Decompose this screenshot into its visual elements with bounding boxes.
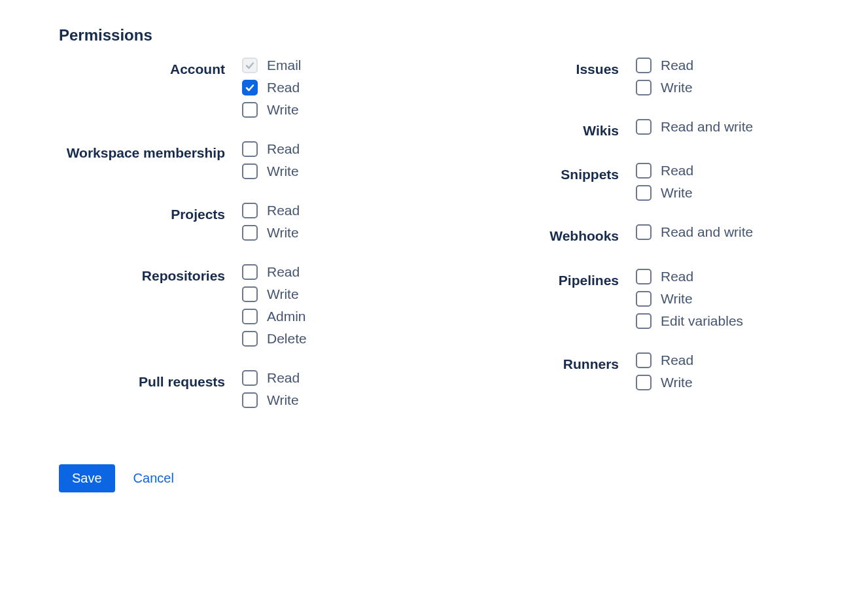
option-label: Write: [661, 80, 693, 95]
permissions-column: IssuesReadWriteWikisRead and writeSnippe…: [453, 58, 794, 432]
checkbox-projects-read[interactable]: [242, 203, 258, 218]
permissions-grid: AccountEmailReadWriteWorkspace membershi…: [59, 58, 794, 432]
checkbox-runners-write[interactable]: [636, 375, 652, 390]
checkbox-pipelines-read[interactable]: [636, 269, 652, 284]
permission-group-label: Projects: [59, 203, 242, 223]
checkbox-issues-write[interactable]: [636, 80, 652, 95]
checkbox-account-email: [242, 58, 258, 73]
checkbox-account-write[interactable]: [242, 102, 258, 118]
checkbox-issues-read[interactable]: [636, 58, 652, 73]
permission-options: Read and write: [636, 119, 753, 135]
permission-option-pipelines-read: Read: [636, 269, 743, 284]
permission-group-pipelines: PipelinesReadWriteEdit variables: [453, 269, 794, 329]
permission-option-wikis-read-and-write: Read and write: [636, 119, 753, 135]
permission-option-account-write: Write: [242, 102, 302, 118]
form-actions: Save Cancel: [59, 464, 794, 492]
permission-options: Read and write: [636, 224, 753, 240]
permission-group-label: Pipelines: [453, 269, 636, 289]
option-label: Read and write: [661, 119, 753, 135]
permission-option-pipelines-write: Write: [636, 291, 743, 307]
cancel-button[interactable]: Cancel: [128, 464, 179, 492]
option-label: Edit variables: [661, 313, 743, 329]
checkbox-pull-requests-read[interactable]: [242, 370, 258, 386]
permission-option-pull-requests-write: Write: [242, 392, 300, 408]
checkbox-repositories-delete[interactable]: [242, 331, 258, 347]
permission-option-issues-write: Write: [636, 80, 693, 95]
permission-option-repositories-delete: Delete: [242, 331, 307, 347]
option-label: Write: [661, 185, 693, 201]
permission-option-repositories-write: Write: [242, 286, 307, 302]
permission-option-projects-write: Write: [242, 225, 300, 241]
checkbox-pull-requests-write[interactable]: [242, 392, 258, 408]
permission-option-runners-read: Read: [636, 352, 693, 368]
option-label: Admin: [267, 309, 306, 324]
option-label: Read: [661, 269, 693, 284]
permission-group-account: AccountEmailReadWrite: [59, 58, 400, 118]
checkbox-wikis-read-and-write[interactable]: [636, 119, 652, 135]
option-label: Read: [267, 203, 300, 218]
permission-option-account-read: Read: [242, 80, 302, 95]
permission-group-label: Issues: [453, 58, 636, 78]
permission-option-workspace-membership-write: Write: [242, 163, 300, 179]
permission-option-workspace-membership-read: Read: [242, 141, 300, 157]
permission-options: ReadWrite: [636, 163, 693, 201]
option-label: Read: [267, 370, 300, 386]
option-label: Write: [661, 291, 693, 307]
option-label: Write: [267, 102, 299, 118]
permission-group-label: Pull requests: [59, 370, 242, 390]
option-label: Write: [267, 163, 299, 179]
checkbox-pipelines-edit-variables[interactable]: [636, 313, 652, 329]
option-label: Write: [661, 375, 693, 390]
option-label: Write: [267, 225, 299, 241]
permission-option-issues-read: Read: [636, 58, 693, 73]
permission-group-label: Runners: [453, 352, 636, 373]
option-label: Read: [267, 80, 300, 95]
checkbox-workspace-membership-write[interactable]: [242, 163, 258, 179]
option-label: Email: [267, 58, 302, 73]
permission-options: ReadWrite: [636, 352, 693, 390]
permission-options: ReadWrite: [242, 141, 300, 179]
permission-group-label: Account: [59, 58, 242, 78]
permission-group-label: Wikis: [453, 119, 636, 139]
permission-options: ReadWriteAdminDelete: [242, 264, 307, 347]
permission-group-workspace-membership: Workspace membershipReadWrite: [59, 141, 400, 179]
checkbox-repositories-read[interactable]: [242, 264, 258, 280]
option-label: Read: [661, 58, 693, 73]
permission-options: EmailReadWrite: [242, 58, 302, 118]
checkbox-runners-read[interactable]: [636, 352, 652, 368]
checkbox-webhooks-read-and-write[interactable]: [636, 224, 652, 240]
checkbox-pipelines-write[interactable]: [636, 291, 652, 307]
option-label: Write: [267, 286, 299, 302]
permission-group-issues: IssuesReadWrite: [453, 58, 794, 95]
option-label: Read and write: [661, 224, 753, 240]
permission-option-pipelines-edit-variables: Edit variables: [636, 313, 743, 329]
permissions-heading: Permissions: [59, 26, 794, 44]
checkbox-account-read[interactable]: [242, 80, 258, 95]
permission-options: ReadWrite: [242, 203, 300, 241]
checkbox-snippets-write[interactable]: [636, 185, 652, 201]
permission-option-pull-requests-read: Read: [242, 370, 300, 386]
checkbox-snippets-read[interactable]: [636, 163, 652, 179]
permission-group-label: Webhooks: [453, 224, 636, 245]
checkbox-projects-write[interactable]: [242, 225, 258, 241]
option-label: Delete: [267, 331, 307, 347]
permission-group-pull-requests: Pull requestsReadWrite: [59, 370, 400, 408]
save-button[interactable]: Save: [59, 464, 115, 492]
option-label: Write: [267, 392, 299, 408]
permission-group-snippets: SnippetsReadWrite: [453, 163, 794, 201]
checkbox-repositories-admin[interactable]: [242, 309, 258, 324]
permission-group-repositories: RepositoriesReadWriteAdminDelete: [59, 264, 400, 347]
option-label: Read: [661, 352, 693, 368]
permission-group-projects: ProjectsReadWrite: [59, 203, 400, 241]
option-label: Read: [267, 141, 300, 157]
permission-group-runners: RunnersReadWrite: [453, 352, 794, 390]
checkbox-repositories-write[interactable]: [242, 286, 258, 302]
permission-option-repositories-read: Read: [242, 264, 307, 280]
permission-options: ReadWriteEdit variables: [636, 269, 743, 329]
permission-option-repositories-admin: Admin: [242, 309, 307, 324]
permission-option-snippets-write: Write: [636, 185, 693, 201]
option-label: Read: [267, 264, 300, 280]
permission-group-webhooks: WebhooksRead and write: [453, 224, 794, 245]
checkbox-workspace-membership-read[interactable]: [242, 141, 258, 157]
option-label: Read: [661, 163, 693, 179]
